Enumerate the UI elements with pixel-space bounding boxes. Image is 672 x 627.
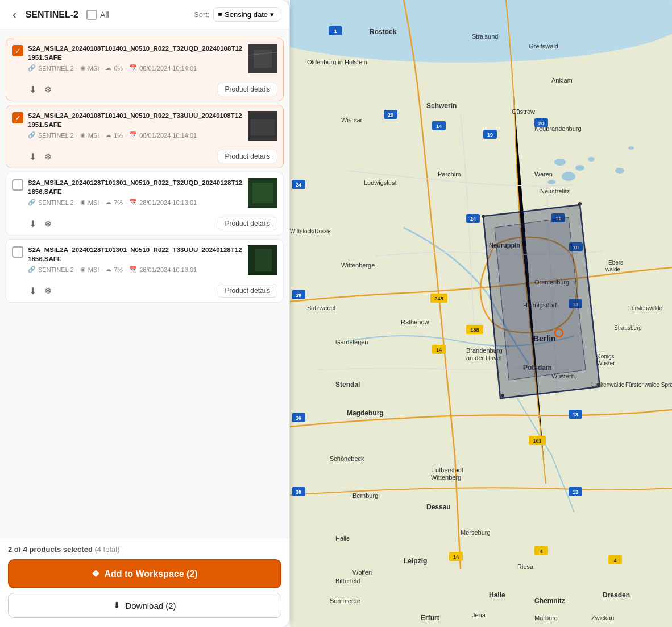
- svg-text:Magdeburg: Magdeburg: [347, 409, 384, 417]
- calendar-icon-1: 📅: [129, 64, 137, 72]
- svg-text:Greifswald: Greifswald: [529, 43, 558, 50]
- svg-text:Neustrelitz: Neustrelitz: [540, 188, 570, 195]
- product-details-btn-2[interactable]: Product details: [218, 150, 277, 163]
- share-action-2[interactable]: ❄: [43, 150, 53, 163]
- product-meta-4: 🔗 SENTINEL 2 · ◉ MSI · ☁ 7% · 📅 28/01/20…: [28, 266, 243, 273]
- product-thumbnail-1: [248, 44, 277, 73]
- svg-text:Zwickau: Zwickau: [591, 614, 614, 621]
- date-3: 28/01/2024 10:13:01: [139, 199, 197, 206]
- svg-text:Wolfen: Wolfen: [352, 569, 372, 576]
- satellite-icon-3: 🔗: [28, 199, 36, 206]
- share-action-1[interactable]: ❄: [43, 83, 53, 96]
- product-actions-4: ⬇ ❄ Product details: [6, 280, 283, 302]
- product-name-1: S2A_MSIL2A_20240108T101401_N0510_R022_T3…: [28, 44, 243, 62]
- product-thumbnail-2: [248, 111, 277, 141]
- svg-text:Oldenburg in Holstein: Oldenburg in Holstein: [307, 59, 367, 65]
- add-to-workspace-button[interactable]: ❖ Add to Workspace (2): [8, 559, 281, 588]
- svg-rect-6: [252, 183, 273, 203]
- svg-text:Anklam: Anklam: [551, 77, 573, 84]
- product-details-btn-1[interactable]: Product details: [218, 82, 277, 96]
- product-main-3: S2A_MSIL2A_20240128T101301_N0510_R022_T3…: [6, 172, 283, 213]
- svg-text:Halle: Halle: [489, 591, 505, 599]
- svg-text:39: 39: [296, 292, 301, 298]
- signal-icon-3: ◉: [80, 199, 86, 206]
- product-checkbox-1[interactable]: ✓: [12, 45, 23, 56]
- product-info-3: S2A_MSIL2A_20240128T101301_N0510_R022_T3…: [28, 178, 243, 206]
- sort-select[interactable]: ≡ Sensing date ▾: [213, 7, 281, 22]
- checkbox-empty-3[interactable]: [12, 179, 23, 191]
- product-type-3: MSI: [88, 199, 99, 206]
- product-actions-3: ⬇ ❄ Product details: [6, 213, 283, 235]
- svg-text:Rostock: Rostock: [370, 28, 397, 36]
- product-item-4: S2A_MSIL2A_20240128T101301_N0510_R022_T3…: [6, 239, 284, 303]
- product-list: ✓ S2A_MSIL2A_20240108T101401_N0510_R022_…: [0, 30, 289, 538]
- satellite-name-3: SENTINEL 2: [38, 199, 74, 206]
- checkbox-checked-2[interactable]: ✓: [12, 112, 23, 123]
- svg-text:Erfurt: Erfurt: [421, 614, 439, 622]
- download-action-4[interactable]: ⬇: [28, 284, 38, 298]
- product-meta-2: 🔗 SENTINEL 2 · ◉ MSI · ☁ 1% · 📅 08/01/20…: [28, 131, 243, 139]
- svg-text:Leipzig: Leipzig: [404, 557, 427, 565]
- svg-text:20: 20: [388, 112, 393, 118]
- cloud-icon-4: ☁: [105, 266, 111, 273]
- sort-wrapper: Sort: ≡ Sensing date ▾: [194, 7, 280, 22]
- date-1: 08/01/2024 10:14:01: [139, 65, 197, 72]
- cloud-2: 1%: [114, 132, 123, 139]
- calendar-icon-4: 📅: [129, 266, 137, 273]
- svg-text:Wittenberge: Wittenberge: [341, 262, 375, 269]
- product-checkbox-4[interactable]: [12, 246, 23, 258]
- download-button[interactable]: ⬇ Download (2): [8, 593, 281, 618]
- svg-text:Parchim: Parchim: [438, 171, 461, 178]
- svg-text:36: 36: [296, 415, 301, 421]
- back-button[interactable]: ‹: [9, 7, 20, 22]
- product-actions-2: ⬇ ❄ Product details: [6, 146, 283, 168]
- panel-footer: 2 of 4 products selected (4 total) ❖ Add…: [0, 538, 289, 627]
- map-area: 20 14 19 20 24 24 11 10 39 36 38 13 13 1…: [290, 0, 672, 627]
- svg-point-122: [482, 214, 485, 218]
- share-action-4[interactable]: ❄: [43, 284, 53, 298]
- svg-text:Dessau: Dessau: [426, 503, 451, 511]
- all-checkbox[interactable]: [86, 10, 97, 20]
- checkbox-checked-1[interactable]: ✓: [12, 45, 23, 56]
- product-actions-1: ⬇ ❄ Product details: [6, 79, 283, 101]
- share-action-3[interactable]: ❄: [43, 217, 53, 230]
- svg-rect-4: [251, 119, 275, 135]
- svg-point-18: [615, 168, 624, 174]
- checkbox-empty-4[interactable]: [12, 246, 23, 258]
- svg-text:Sömmerde: Sömmerde: [330, 597, 360, 604]
- download-action-3[interactable]: ⬇: [28, 217, 38, 230]
- calendar-icon-3: 📅: [129, 199, 137, 206]
- svg-text:4: 4: [613, 558, 616, 563]
- map-background: 20 14 19 20 24 24 11 10 39 36 38 13 13 1…: [290, 0, 672, 627]
- product-details-btn-4[interactable]: Product details: [218, 284, 277, 298]
- cloud-4: 7%: [114, 266, 123, 273]
- product-main-2: ✓ S2A_MSIL2A_20240108T101401_N0510_R022_…: [6, 105, 283, 146]
- svg-text:Halle: Halle: [335, 535, 350, 542]
- chevron-down-icon: ▾: [270, 10, 274, 19]
- svg-text:Lutherstadt: Lutherstadt: [432, 467, 463, 473]
- total-count: (4 total): [94, 545, 119, 554]
- svg-point-121: [597, 383, 600, 386]
- svg-text:Riesa: Riesa: [517, 563, 534, 570]
- download-action-2[interactable]: ⬇: [28, 150, 38, 163]
- svg-point-123: [578, 202, 582, 205]
- download-action-1[interactable]: ⬇: [28, 83, 38, 96]
- svg-text:Rathenow: Rathenow: [401, 319, 429, 325]
- svg-text:38: 38: [296, 489, 301, 495]
- svg-point-16: [588, 157, 595, 162]
- satellite-icon-1: 🔗: [28, 64, 36, 72]
- product-item-2: ✓ S2A_MSIL2A_20240108T101401_N0510_R022_…: [6, 105, 284, 168]
- svg-text:Marburg: Marburg: [534, 614, 558, 621]
- product-details-btn-3[interactable]: Product details: [218, 217, 277, 230]
- svg-text:Güstrow: Güstrow: [512, 108, 535, 115]
- cloud-3: 7%: [114, 199, 123, 206]
- calendar-icon-2: 📅: [129, 131, 137, 139]
- product-type-1: MSI: [88, 65, 99, 72]
- svg-text:Wittenberg: Wittenberg: [431, 474, 461, 481]
- product-thumbnail-3: [248, 178, 277, 208]
- product-checkbox-2[interactable]: ✓: [12, 112, 23, 123]
- product-info-1: S2A_MSIL2A_20240108T101401_N0510_R022_T3…: [28, 44, 243, 72]
- product-checkbox-3[interactable]: [12, 179, 23, 191]
- sort-icon: ≡: [218, 10, 223, 19]
- svg-text:Bitterfeld: Bitterfeld: [335, 578, 360, 584]
